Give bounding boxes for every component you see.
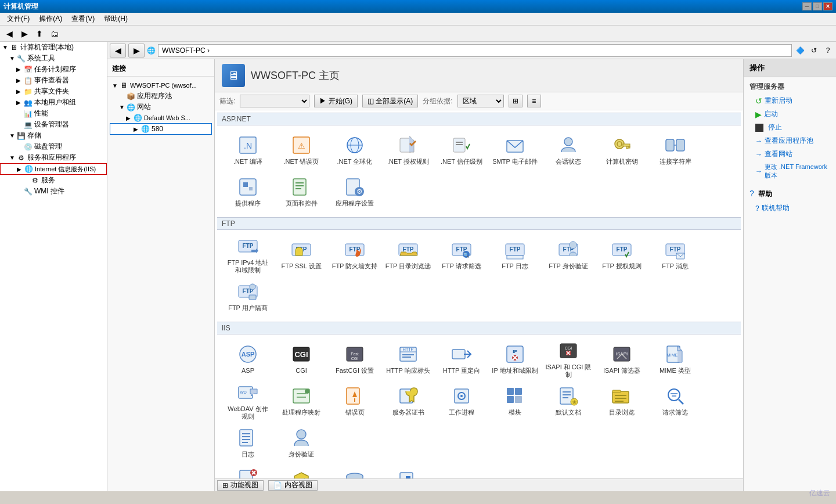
sidebar-task-scheduler[interactable]: ▶ 📅 任务计划程序 bbox=[0, 64, 107, 75]
icon-connection-strings[interactable]: 连接字符库 bbox=[649, 130, 701, 171]
close-button[interactable]: ✕ bbox=[823, 2, 833, 10]
start-button[interactable]: ▶ 开始(G) bbox=[314, 95, 358, 107]
sidebar-local-users[interactable]: ▶ 👥 本地用户和组 bbox=[0, 97, 107, 108]
show-all-button[interactable]: ◫ 全部显示(A) bbox=[362, 95, 418, 107]
address-bar-input[interactable] bbox=[158, 44, 792, 57]
icon-failed-req[interactable]: 失败请求跟踪规则 bbox=[222, 466, 274, 478]
icon-net-global[interactable]: .NET 全球化 bbox=[329, 130, 381, 171]
workerprocess-label: 工作进程 bbox=[449, 409, 474, 416]
icon-default-doc[interactable]: ★ 默认文档 bbox=[542, 381, 594, 422]
svg-text:⚠: ⚠ bbox=[298, 141, 305, 150]
icon-ftp-log[interactable]: FTP FTP 日志 bbox=[489, 235, 541, 275]
icon-http-redirect[interactable]: HTTP 重定向 bbox=[435, 339, 488, 380]
icon-ftp-auth[interactable]: FTP FTP 身份验证 bbox=[542, 235, 594, 275]
icon-ip-restrict[interactable]: IP IP 地址和域限制 bbox=[489, 339, 541, 380]
icon-mime[interactable]: MIME MIME 类型 bbox=[649, 339, 701, 380]
maximize-button[interactable]: □ bbox=[813, 2, 822, 10]
icon-smtp[interactable]: SMTP 电子邮件 bbox=[489, 130, 541, 171]
icon-log[interactable]: 日志 bbox=[222, 423, 274, 463]
icon-isapi-cgi[interactable]: CGI ISAPI 和 CGI 限制 bbox=[542, 339, 594, 380]
icon-worker-process[interactable]: 工作进程 bbox=[435, 381, 488, 422]
help-icon[interactable]: ? bbox=[822, 45, 834, 56]
sidebar-event-viewer[interactable]: ▶ 📋 事件查看器 bbox=[0, 75, 107, 86]
icon-session[interactable]: 会话状态 bbox=[542, 130, 594, 171]
icon-compression[interactable]: 压缩 bbox=[382, 466, 434, 478]
sidebar-system-tools[interactable]: ▼ 🔧 系统工具 bbox=[0, 53, 107, 64]
list-view-button[interactable]: ≡ bbox=[527, 95, 541, 107]
icon-providers[interactable]: 提供程序 bbox=[222, 172, 274, 213]
icon-req-filter[interactable]: 请求筛选 bbox=[649, 381, 701, 422]
icon-machine-key[interactable]: 计算机密钥 bbox=[596, 130, 648, 171]
up-button[interactable]: ⬆ bbox=[33, 27, 46, 40]
icon-ftp-ipv4[interactable]: FTP FTP IPv4 地址和域限制 bbox=[222, 235, 274, 275]
icon-server-cert[interactable]: 服务器证书 bbox=[382, 381, 434, 422]
icon-authentication[interactable]: 身份验证 bbox=[275, 423, 327, 463]
sidebar-device-manager[interactable]: 💻 设备管理器 bbox=[0, 119, 107, 130]
icon-dir-browse[interactable]: 目录浏览 bbox=[596, 381, 648, 422]
icon-ftp-msg[interactable]: FTP FTP 消息 bbox=[649, 235, 701, 275]
errorpages-label: 错误页 bbox=[345, 409, 365, 416]
perf-icon: 📊 bbox=[23, 109, 33, 118]
icon-net-compile[interactable]: .N .NET 编译 bbox=[222, 130, 274, 171]
default-site-node[interactable]: ▶ 🌐 Default Web S... bbox=[110, 113, 212, 123]
icon-ftp-request[interactable]: FTP 🔍 FTP 请求筛选 bbox=[435, 235, 488, 275]
icon-http-header[interactable]: HTTP HTTP 响应标头 bbox=[382, 339, 434, 380]
change-framework-link[interactable]: → 更改 .NET Framework 版本 bbox=[744, 161, 836, 182]
sidebar-wmi[interactable]: 🔧 WMI 控件 bbox=[0, 186, 107, 197]
func-view-button[interactable]: ⊞ 功能视图 bbox=[217, 480, 264, 491]
back-button[interactable]: ◀ bbox=[2, 27, 16, 40]
minimize-button[interactable]: ─ bbox=[802, 2, 812, 10]
icon-modules[interactable]: 模块 bbox=[489, 381, 541, 422]
menu-file[interactable]: 文件(F) bbox=[2, 13, 34, 25]
icon-error-pages[interactable]: 错误页 bbox=[329, 381, 381, 422]
start-link[interactable]: ▶ 启动 bbox=[744, 107, 836, 121]
icon-app-settings[interactable]: ⚙ 应用程序设置 bbox=[329, 172, 381, 213]
icon-ftp-firewall[interactable]: FTP FTP 防火墙支持 bbox=[329, 235, 381, 275]
server-node[interactable]: ▼ 🖥 WWSOFT-PC (wwsof... bbox=[110, 80, 212, 91]
sites-node[interactable]: ▼ 🌐 网站 bbox=[110, 102, 212, 113]
icon-isapi-filter[interactable]: ISAPI ISAPI 筛选器 bbox=[596, 339, 648, 380]
icon-net-trust[interactable]: .NET 信任级别 bbox=[435, 130, 488, 171]
icon-authz-rules[interactable]: 授权规则 bbox=[275, 466, 327, 478]
back-nav-button[interactable]: ◀ bbox=[110, 44, 126, 57]
menu-help[interactable]: 帮助(H) bbox=[99, 13, 132, 25]
forward-nav-button[interactable]: ▶ bbox=[128, 44, 145, 57]
menu-view[interactable]: 查看(V) bbox=[67, 13, 99, 25]
menu-action[interactable]: 操作(A) bbox=[34, 13, 67, 25]
icon-output-cache[interactable]: 输出缓存 bbox=[329, 466, 381, 478]
sidebar-root[interactable]: ▼ 🖥 计算机管理(本地) bbox=[0, 42, 107, 53]
site-580-node[interactable]: ▶ 🌐 580 bbox=[110, 123, 212, 135]
group-select[interactable]: 区域 bbox=[457, 95, 504, 107]
filter-select[interactable] bbox=[240, 95, 309, 107]
icon-net-auth-rules[interactable]: .NET 授权规则 bbox=[382, 130, 434, 171]
view-apppools-link[interactable]: → 查看应用程序池 bbox=[744, 134, 836, 147]
icon-asp[interactable]: ASP ASP bbox=[222, 339, 274, 380]
sidebar-disk-mgmt[interactable]: 💿 磁盘管理 bbox=[0, 141, 107, 152]
icon-ftp-user[interactable]: FTP FTP 用户隔商 bbox=[222, 276, 274, 317]
view-sites-link[interactable]: → 查看网站 bbox=[744, 147, 836, 161]
forward-button[interactable]: ▶ bbox=[17, 27, 31, 40]
sidebar-performance[interactable]: 📊 性能 bbox=[0, 108, 107, 119]
icon-webdav[interactable]: WD WebDAV 创作规则 bbox=[222, 381, 274, 422]
icon-cgi[interactable]: CGI CGI bbox=[275, 339, 327, 380]
icon-ftp-ssl[interactable]: FTP FTP SSL 设置 bbox=[275, 235, 327, 275]
content-view-button[interactable]: 📄 内容视图 bbox=[268, 480, 318, 491]
sidebar-services-apps[interactable]: ▼ ⚙ 服务和应用程序 bbox=[0, 152, 107, 163]
icon-handler-mappings[interactable]: 处理程序映射 bbox=[275, 381, 327, 422]
stop-link[interactable]: 停止 bbox=[744, 121, 836, 134]
online-help-link[interactable]: ? 联机帮助 bbox=[744, 201, 836, 215]
icon-ftp-auth-rules[interactable]: FTP FTP 授权规则 bbox=[596, 235, 648, 275]
sidebar-shared-folders[interactable]: ▶ 📁 共享文件夹 bbox=[0, 86, 107, 97]
icon-pages-controls[interactable]: 页面和控件 bbox=[275, 172, 327, 213]
sidebar-services[interactable]: ⚙ 服务 bbox=[0, 175, 107, 186]
app-pool-node[interactable]: 📦 应用程序池 bbox=[110, 91, 212, 102]
view-button[interactable]: ⊞ bbox=[509, 95, 522, 107]
show-hide-button[interactable]: 🗂 bbox=[48, 27, 62, 40]
refresh-icon[interactable]: ↺ bbox=[808, 45, 820, 56]
icon-ftp-dir[interactable]: FTP FTP 目录浏览选 bbox=[382, 235, 434, 275]
restart-link[interactable]: ↺ 重新启动 bbox=[744, 94, 836, 107]
icon-net-error[interactable]: ⚠ .NET 错误页 bbox=[275, 130, 327, 171]
sidebar-iis[interactable]: ▶ 🌐 Internet 信息服务(IIS) bbox=[0, 163, 107, 175]
sidebar-storage[interactable]: ▼ 💾 存储 bbox=[0, 130, 107, 141]
icon-fastcgi[interactable]: Fast CGI FastCGI 设置 bbox=[329, 339, 381, 380]
